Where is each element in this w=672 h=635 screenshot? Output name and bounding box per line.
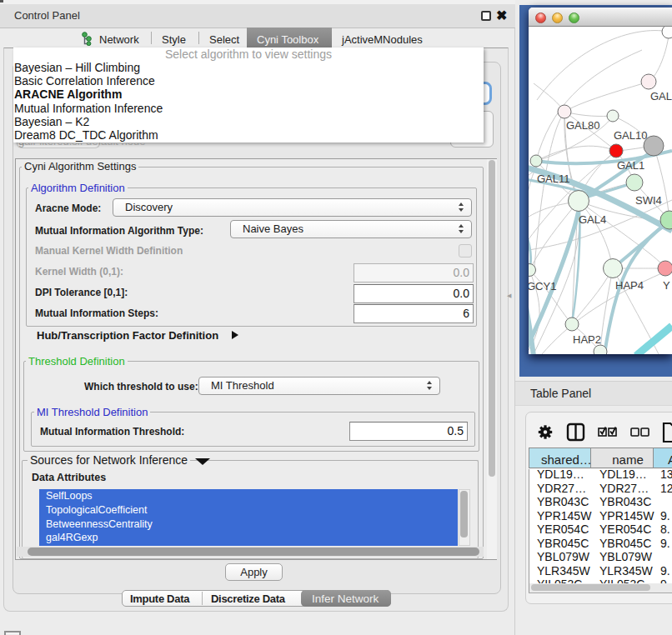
svg-text:HAP2: HAP2 [573, 333, 601, 346]
svg-text:GAL11: GAL11 [537, 172, 570, 185]
svg-text:Y: Y [663, 279, 670, 292]
svg-text:GAL1: GAL1 [617, 159, 644, 172]
svg-text:HAP4: HAP4 [615, 279, 644, 292]
svg-text:GAL7: GAL7 [650, 90, 672, 102]
svg-text:SWI4: SWI4 [635, 194, 662, 207]
svg-text:GAL80: GAL80 [566, 119, 599, 132]
svg-text:GCY1: GCY1 [529, 280, 556, 292]
svg-text:GAL4: GAL4 [579, 213, 606, 226]
svg-text:GAL10: GAL10 [614, 129, 647, 142]
